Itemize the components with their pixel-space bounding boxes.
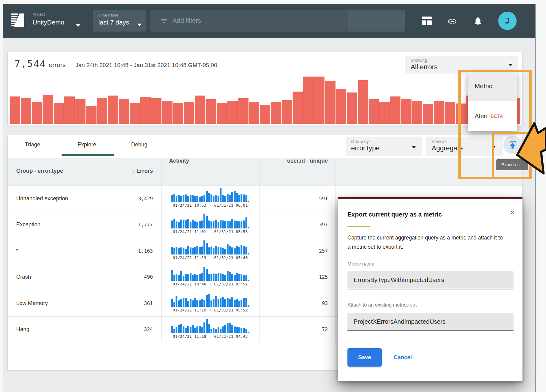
- column-header-activity[interactable]: Activity: [169, 158, 189, 164]
- link-icon[interactable]: [447, 17, 457, 26]
- active-tab-underline: [62, 154, 114, 156]
- sparkline-bar: [218, 299, 219, 307]
- timeframe-selector[interactable]: Time frame last 7 days: [93, 10, 146, 32]
- notifications-bell-icon[interactable]: [473, 16, 483, 26]
- sparkline-bar: [231, 247, 233, 254]
- group-by-caret-icon: [412, 146, 416, 149]
- date-separator: -: [209, 203, 211, 208]
- sparkline-bar: [224, 249, 226, 254]
- showing-caret-icon: [508, 64, 513, 66]
- sparkline-bar: [171, 326, 173, 333]
- sparkline-bar: [220, 273, 222, 281]
- users-count-cell: 257: [259, 238, 328, 264]
- sparkline-bar: [231, 219, 233, 228]
- activity-sparkline[interactable]: [171, 240, 249, 254]
- sparkline-bar: [243, 194, 245, 202]
- group-by-select[interactable]: Group by error.type: [346, 137, 422, 156]
- activity-sparkline[interactable]: [171, 319, 249, 333]
- sparkline-bar: [176, 296, 177, 307]
- sparkline-bar: [229, 299, 231, 307]
- date-separator: -: [209, 255, 211, 260]
- sparkline-bar: [194, 196, 196, 202]
- sparkline-bar: [243, 298, 245, 307]
- sparkline-bar: [190, 247, 191, 254]
- sparkline-bar: [203, 267, 205, 281]
- sparkline-bar: [208, 294, 210, 307]
- project-selector[interactable]: Project UnityDemo: [32, 12, 64, 26]
- sparkline-bar: [183, 298, 184, 307]
- histogram-bar: [445, 102, 455, 124]
- attach-metrics-set-input[interactable]: [347, 313, 514, 331]
- close-icon[interactable]: ×: [510, 208, 515, 217]
- histogram-bar: [151, 98, 161, 124]
- add-filters-input[interactable]: Add filters: [150, 10, 405, 32]
- histogram[interactable]: [10, 77, 520, 124]
- modal-description: Capture the current aggregation query as…: [347, 233, 504, 251]
- backtrace-logo-icon[interactable]: [10, 12, 25, 28]
- timeframe-label: Time frame: [98, 13, 146, 17]
- column-header-users[interactable]: user.id - unique: [259, 158, 328, 164]
- project-label: Project: [32, 12, 64, 17]
- users-count-cell: 397: [259, 212, 328, 238]
- sparkline-bar: [199, 326, 201, 333]
- activity-start-date: 01/24/21 11:19: [173, 255, 207, 260]
- activity-end-date: 01/31/21 05:46: [214, 255, 248, 260]
- sparkline-bar: [234, 248, 236, 254]
- activity-sparkline[interactable]: [171, 188, 249, 202]
- histogram-bar: [303, 77, 313, 124]
- sparkline-bar: [248, 305, 249, 307]
- sparkline-bar: [190, 273, 191, 281]
- dashboard-layout-icon[interactable]: [422, 16, 432, 25]
- sparkline-bar: [238, 274, 240, 281]
- metric-name-label: Metric name: [347, 261, 374, 267]
- filters-secondary-segment[interactable]: [348, 10, 405, 32]
- sparkline-bar: [206, 243, 208, 254]
- tab-debug[interactable]: Debug: [131, 141, 147, 148]
- tab-explore[interactable]: Explore: [78, 141, 96, 148]
- sparkline-bar: [173, 329, 175, 333]
- sparkline-bar: [215, 296, 217, 307]
- attach-metrics-set-label: Attach to an existing metrics set: [347, 302, 417, 308]
- sparkline-bar: [185, 220, 187, 228]
- sparkline-bar: [187, 196, 189, 202]
- sparkline-bar: [245, 247, 247, 254]
- user-avatar[interactable]: J: [498, 12, 517, 30]
- sparkline-bar: [178, 248, 180, 254]
- activity-dates: 01/24/21 11:19-01/31/21 05:46: [171, 255, 249, 260]
- sparkline-bar: [206, 269, 208, 281]
- cancel-button[interactable]: Cancel: [394, 348, 412, 367]
- sparkline-bar: [210, 221, 212, 228]
- sparkline-bar: [231, 325, 233, 333]
- save-button[interactable]: Save: [347, 348, 382, 367]
- activity-start-date: 01/24/21 11:18: [173, 334, 207, 339]
- activity-cell: 01/24/21 11:18-01/31/21 04:42: [171, 319, 249, 339]
- sparkline-bar: [218, 196, 219, 202]
- activity-cell: 01/24/21 11:10-01/31/21 05:52: [171, 293, 249, 312]
- sparkline-bar: [190, 299, 191, 307]
- activity-sparkline[interactable]: [171, 293, 249, 307]
- sparkline-bar: [178, 195, 180, 202]
- activity-sparkline[interactable]: [171, 214, 249, 228]
- sparkline-bar: [210, 300, 212, 307]
- sparkline-bar: [199, 247, 201, 254]
- activity-sparkline[interactable]: [171, 267, 249, 281]
- metric-name-input[interactable]: [347, 271, 514, 289]
- date-range: Jan 24th 2021 10:48 - Jan 31st 2021 10:4…: [75, 62, 217, 69]
- sparkline-bar: [248, 227, 249, 228]
- column-header-group[interactable]: Group - error.type: [16, 168, 63, 174]
- date-separator: -: [209, 229, 211, 234]
- histogram-bar: [119, 99, 129, 124]
- histogram-bar: [97, 98, 107, 124]
- sparkline-bar: [194, 328, 196, 333]
- histogram-bar: [21, 98, 31, 124]
- sparkline-bar: [196, 300, 198, 307]
- sparkline-bar: [208, 193, 210, 202]
- column-header-errors[interactable]: ↓Errors: [104, 168, 153, 174]
- histogram-bar: [325, 81, 335, 124]
- sparkline-bar: [213, 221, 214, 228]
- export-metric-modal: Export current query as a metric × Captu…: [338, 197, 523, 381]
- histogram-bar: [401, 99, 411, 124]
- sparkline-bar: [206, 295, 208, 307]
- tab-triage[interactable]: Triage: [25, 141, 40, 148]
- sparkline-bar: [248, 201, 249, 202]
